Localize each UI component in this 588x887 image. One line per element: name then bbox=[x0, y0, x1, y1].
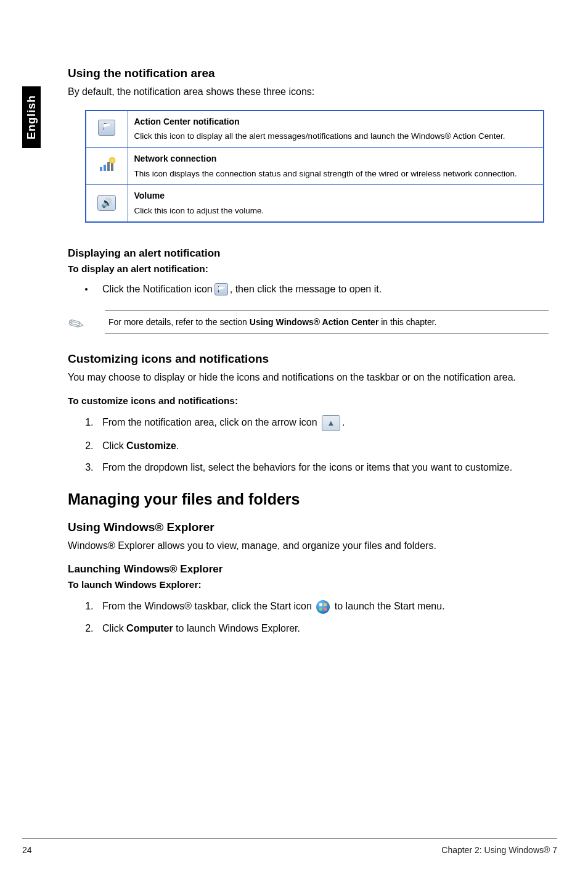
bullet-click-notification: Click the Notification icon , then click… bbox=[85, 283, 549, 295]
subhead-display-alert: To display an alert notification: bbox=[68, 263, 549, 274]
notification-icons-table: Action Center notification Click this ic… bbox=[85, 110, 544, 223]
cell-icon: 🔊 bbox=[86, 184, 128, 222]
side-tab-english: English bbox=[22, 86, 41, 148]
cell-desc: Action Center notification Click this ic… bbox=[128, 110, 544, 148]
step-text-pre: From the Windows® taskbar, click the Sta… bbox=[102, 601, 314, 611]
page-footer: 24 Chapter 2: Using Windows® 7 bbox=[22, 838, 557, 855]
page-number: 24 bbox=[22, 845, 32, 855]
cell-icon bbox=[86, 110, 128, 148]
list-item: From the Windows® taskbar, click the Sta… bbox=[96, 599, 549, 614]
note-pre: For more details, refer to the section bbox=[108, 317, 250, 327]
note-bold: Using Windows® Action Center bbox=[250, 317, 379, 327]
bullet-dot-icon bbox=[85, 288, 88, 291]
list-item: From the notification area, click on the… bbox=[96, 415, 549, 431]
row-title: Action Center notification bbox=[134, 116, 537, 128]
step-text-post: to launch the Start menu. bbox=[335, 601, 445, 611]
list-item: Click Computer to launch Windows Explore… bbox=[96, 621, 549, 635]
table-row: Network connection This icon displays th… bbox=[86, 147, 544, 184]
note-content: For more details, refer to the section U… bbox=[105, 310, 549, 334]
heading-using-explorer: Using Windows® Explorer bbox=[68, 521, 549, 534]
text-customize-intro: You may choose to display or hide the ic… bbox=[68, 371, 549, 384]
bullet-text-pre: Click the Notification icon bbox=[102, 284, 213, 295]
cell-desc: Network connection This icon displays th… bbox=[128, 147, 544, 184]
action-center-icon bbox=[98, 120, 115, 136]
text-explorer-intro: Windows® Explorer allows you to view, ma… bbox=[68, 539, 549, 553]
step-text-bold: Computer bbox=[126, 623, 173, 633]
heading-launch-explorer: Launching Windows® Explorer bbox=[68, 563, 549, 576]
heading-managing-files: Managing your files and folders bbox=[68, 490, 549, 508]
start-icon bbox=[316, 600, 330, 614]
step-text-post: . bbox=[342, 417, 345, 427]
list-item: From the dropdown list, select the behav… bbox=[96, 460, 549, 474]
network-icon bbox=[98, 157, 115, 172]
row-desc: Click this icon to adjust the volume. bbox=[134, 206, 264, 215]
heading-notification-area: Using the notification area bbox=[68, 67, 549, 80]
cell-icon bbox=[86, 147, 128, 184]
note-box: ✎ For more details, refer to the section… bbox=[68, 310, 549, 334]
chapter-label: Chapter 2: Using Windows® 7 bbox=[441, 845, 557, 855]
row-desc: This icon displays the connection status… bbox=[134, 169, 517, 178]
arrow-up-icon: ▲ bbox=[322, 415, 340, 431]
cell-desc: Volume Click this icon to adjust the vol… bbox=[128, 184, 544, 222]
step-text-bold: Customize bbox=[126, 440, 176, 451]
customize-steps: From the notification area, click on the… bbox=[68, 415, 549, 474]
row-title: Volume bbox=[134, 190, 537, 202]
text-notif-intro: By default, the notification area shows … bbox=[68, 85, 549, 99]
bullet-text-post: , then click the message to open it. bbox=[230, 284, 382, 295]
volume-icon: 🔊 bbox=[97, 195, 116, 211]
subhead-customize: To customize icons and notifications: bbox=[68, 395, 549, 406]
step-text-post: to launch Windows Explorer. bbox=[173, 623, 300, 633]
note-post: in this chapter. bbox=[378, 317, 436, 327]
list-item: Click Customize. bbox=[96, 439, 549, 453]
launch-steps: From the Windows® taskbar, click the Sta… bbox=[68, 599, 549, 635]
table-row: 🔊 Volume Click this icon to adjust the v… bbox=[86, 184, 544, 222]
heading-display-alert: Displaying an alert notification bbox=[68, 247, 549, 260]
step-text-pre: Click bbox=[102, 623, 126, 633]
row-desc: Click this icon to display all the alert… bbox=[134, 131, 505, 141]
subhead-launch-explorer: To launch Windows Explorer: bbox=[68, 579, 549, 590]
step-text-post: . bbox=[176, 440, 179, 451]
step-text-pre: Click bbox=[102, 440, 126, 451]
table-row: Action Center notification Click this ic… bbox=[86, 110, 544, 148]
row-title: Network connection bbox=[134, 153, 537, 165]
notification-flag-icon bbox=[214, 283, 228, 295]
heading-customize: Customizing icons and notifications bbox=[68, 352, 549, 366]
step-text-pre: From the notification area, click on the… bbox=[102, 417, 320, 427]
step-text: From the dropdown list, select the behav… bbox=[102, 462, 512, 472]
page-content: Using the notification area By default, … bbox=[68, 67, 549, 651]
pencil-icon: ✎ bbox=[65, 307, 96, 336]
